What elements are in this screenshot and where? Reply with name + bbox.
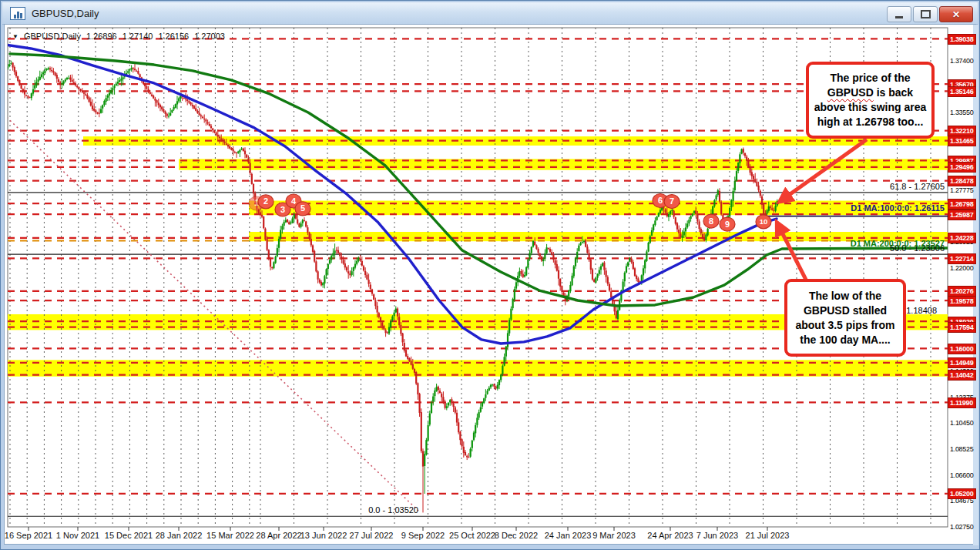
annotation-text-line: about 3.5 pips from: [790, 318, 900, 333]
marker-10[interactable]: 10: [756, 215, 771, 229]
svg-text:2: 2: [263, 196, 268, 206]
svg-text:3: 3: [280, 205, 285, 214]
annotation-box-2[interactable]: The low of theGBPUSD stalledabout 3.5 pi…: [784, 279, 906, 357]
svg-text:5: 5: [300, 203, 305, 213]
annotation-text-line: The price of the: [812, 71, 928, 86]
marker-7[interactable]: 7: [664, 195, 680, 209]
price-axis[interactable]: [948, 28, 972, 527]
svg-text:9: 9: [725, 220, 730, 229]
annotation-text-line: The low of the: [790, 289, 900, 304]
annotation-text-line: the 100 day MA....: [790, 333, 900, 347]
marker-2[interactable]: 2: [258, 195, 274, 209]
swing-area-band: [249, 232, 948, 241]
annotation-text-line: above this swing area: [812, 100, 928, 115]
time-axis[interactable]: [8, 527, 948, 544]
svg-text:6: 6: [658, 196, 663, 205]
swing-area-band: [0, 360, 948, 376]
marker-9[interactable]: 9: [720, 217, 735, 231]
marker-8[interactable]: 8: [703, 214, 719, 228]
svg-text:7: 7: [670, 196, 674, 206]
annotation-box-1[interactable]: The price of theGBPUSD is backabove this…: [806, 62, 935, 139]
svg-text:8: 8: [709, 216, 713, 226]
annotation-text-line: GBPUSD is back: [812, 86, 928, 100]
annotation-text-line: high at 1.26798 too...: [812, 115, 928, 129]
annotation-text-line: GBPUSD stalled: [790, 304, 900, 318]
marker-5[interactable]: 5: [295, 202, 310, 216]
svg-text:10: 10: [760, 217, 768, 226]
svg-text:4: 4: [291, 196, 297, 206]
